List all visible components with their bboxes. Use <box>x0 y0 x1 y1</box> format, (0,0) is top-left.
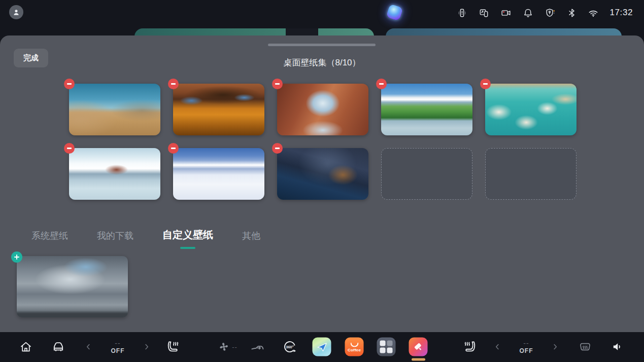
camera-360-label: 360° <box>286 345 293 349</box>
person-icon <box>12 8 21 17</box>
wallpaper-thumb-green-valley[interactable] <box>381 84 472 135</box>
remove-wallpaper-button[interactable] <box>168 79 179 89</box>
custom-wallpaper-thumb-storm-clouds[interactable] <box>17 256 128 317</box>
add-wallpaper-button[interactable] <box>11 251 22 263</box>
remove-wallpaper-button[interactable] <box>64 143 75 154</box>
empty-wallpaper-slot <box>381 148 472 200</box>
coffee-app-label: Coffee <box>348 348 361 352</box>
tab-label: 自定义壁纸 <box>162 229 213 240</box>
dock: -- OFF -- <box>0 332 644 362</box>
app-theme-active[interactable] <box>409 338 428 356</box>
minus-icon <box>171 148 176 149</box>
temp-left-increase-button[interactable] <box>142 342 151 351</box>
theme-app-icon <box>409 338 428 356</box>
voice-assistant-orb[interactable] <box>386 4 403 21</box>
volume-button[interactable] <box>611 340 625 354</box>
car-side-icon <box>250 339 265 354</box>
active-tab-indicator <box>180 247 195 249</box>
temp-right-value: -- <box>520 340 533 347</box>
wallpaper-thumb-night-milkyway[interactable] <box>277 148 368 200</box>
seat-heater-right-button[interactable] <box>462 340 476 354</box>
remove-wallpaper-button[interactable] <box>272 143 283 154</box>
tab-system[interactable]: 系统壁纸 <box>31 230 68 242</box>
minus-icon <box>171 83 176 84</box>
status-bar: 17:32 <box>0 0 644 25</box>
minus-icon <box>67 83 72 84</box>
wallpaper-thumb-red-canyon[interactable] <box>277 84 368 135</box>
remove-wallpaper-button[interactable] <box>272 79 283 89</box>
minus-icon <box>483 83 488 84</box>
wallpaper-thumb-orange-dunes[interactable] <box>173 84 264 135</box>
wallpaper-thumb-desert-rally[interactable] <box>69 84 160 135</box>
defrost-icon <box>578 340 592 354</box>
minus-icon <box>379 83 384 84</box>
fan-icon <box>217 340 230 353</box>
tab-label: 系统壁纸 <box>31 231 68 241</box>
remove-wallpaper-button[interactable] <box>376 79 387 89</box>
vehicle-mode-button[interactable] <box>250 339 265 354</box>
minus-icon <box>275 83 280 84</box>
camera-360-icon: 360° <box>283 340 297 354</box>
chevron-right-icon <box>142 342 151 351</box>
defrost-button[interactable] <box>578 340 592 354</box>
minus-icon <box>275 148 280 149</box>
temp-right-display: -- OFF <box>520 340 533 354</box>
navigation-app-icon <box>313 338 331 356</box>
fan-value: -- <box>232 343 238 351</box>
wallpaper-panel: 完成 桌面壁纸集（8/10） 系统壁纸我的下载自定义壁纸其他 <box>0 35 644 332</box>
temp-right-state: OFF <box>520 347 533 354</box>
cellular-signal-alert-icon <box>456 7 468 19</box>
coffee-cup-icon <box>350 343 358 347</box>
temp-right-decrease-button[interactable] <box>493 342 502 351</box>
home-icon <box>19 340 33 354</box>
tab-label: 我的下载 <box>97 231 133 241</box>
wallpaper-tabs: 系统壁纸我的下载自定义壁纸其他 <box>31 228 260 242</box>
volume-icon <box>611 340 625 354</box>
paint-roller-icon <box>412 341 424 353</box>
remove-wallpaper-button[interactable] <box>64 79 75 89</box>
seat-heater-left-button[interactable] <box>167 340 181 354</box>
fan-control[interactable]: -- <box>217 340 238 353</box>
notification-bell-icon <box>522 7 534 19</box>
app-launcher[interactable] <box>377 338 396 356</box>
wallpaper-thumb-turquoise-icebergs[interactable] <box>485 84 577 135</box>
wallpaper-thumb-snow-road[interactable] <box>173 148 264 200</box>
minus-icon <box>67 148 72 149</box>
wallpaper-thumb-potala-winter[interactable] <box>69 148 160 200</box>
wallpaper-grid <box>69 84 582 201</box>
camera-360-button[interactable]: 360° <box>283 340 297 354</box>
seat-heater-left-icon <box>167 340 181 354</box>
wifi-icon <box>587 7 599 19</box>
remove-wallpaper-button[interactable] <box>168 143 179 154</box>
status-icons: 17:32 <box>456 0 644 25</box>
bluetooth-icon <box>566 7 577 19</box>
clock: 17:32 <box>609 8 633 18</box>
chevron-right-icon <box>551 342 560 351</box>
security-shield-icon <box>544 7 556 19</box>
app-navigation[interactable] <box>313 338 331 356</box>
recording-camera-icon <box>500 7 512 19</box>
car-front-icon <box>51 340 65 354</box>
empty-wallpaper-slot <box>485 148 577 200</box>
tab-other[interactable]: 其他 <box>242 230 260 242</box>
grid-squares-icon <box>380 341 393 353</box>
temp-left-decrease-button[interactable] <box>84 342 93 351</box>
paper-plane-icon <box>316 341 328 353</box>
drag-handle[interactable] <box>268 44 376 46</box>
vehicle-settings-button[interactable] <box>51 340 65 354</box>
user-avatar[interactable] <box>9 5 23 19</box>
remove-wallpaper-button[interactable] <box>480 79 491 89</box>
screen-mirroring-icon <box>478 7 490 19</box>
custom-wallpaper-row <box>17 256 128 317</box>
screen: 17:32 完成 桌面壁纸集（8/10） 系统壁纸我的下载自定义壁纸其他 <box>0 0 644 362</box>
temp-left-display: -- OFF <box>111 340 125 354</box>
temp-left-state: OFF <box>111 347 125 354</box>
app-coffee[interactable]: Coffee <box>345 338 364 356</box>
chevron-left-icon <box>84 342 93 351</box>
temp-right-increase-button[interactable] <box>551 342 560 351</box>
home-button[interactable] <box>19 340 33 354</box>
tab-downloads[interactable]: 我的下载 <box>97 230 133 242</box>
panel-title: 桌面壁纸集（8/10） <box>0 57 644 68</box>
temp-left-value: -- <box>111 340 125 347</box>
tab-custom[interactable]: 自定义壁纸 <box>162 228 213 242</box>
